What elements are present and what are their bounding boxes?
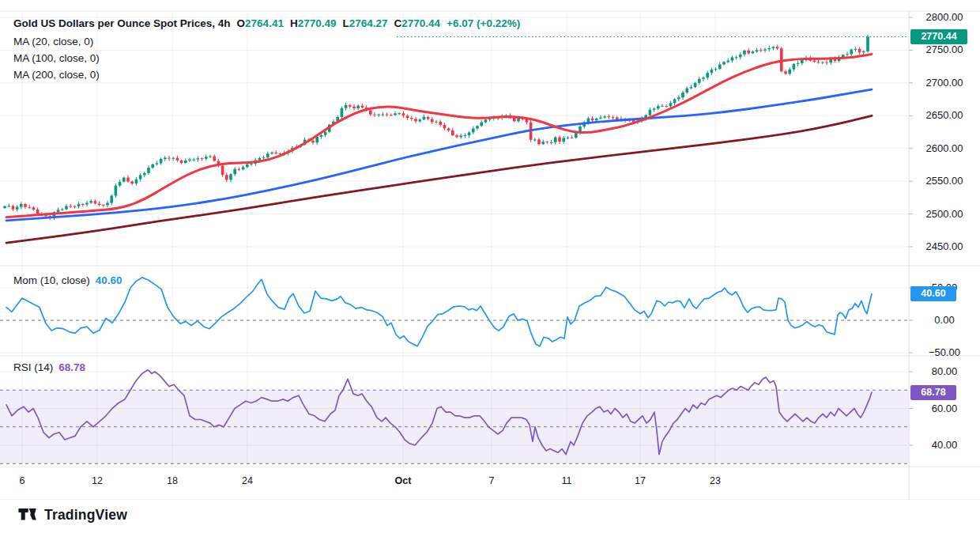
time-axis-label: 12	[92, 475, 103, 486]
ohlc-low-value: 2764.27	[349, 17, 388, 29]
ohlc-open-key: O	[237, 17, 246, 29]
time-axis-label: 7	[489, 475, 495, 486]
price-axis-label: 2550.00	[909, 175, 980, 187]
time-axis-label: 11	[562, 475, 572, 486]
rsi-axis-label: 60.00	[909, 403, 980, 414]
rsi-value-badge: 68.78	[910, 385, 956, 400]
ohlc-close-value: 2770.44	[401, 17, 440, 29]
time-axis-label: 23	[710, 475, 721, 486]
tradingview-brand-text: TradingView	[44, 507, 127, 524]
momentum-legend[interactable]: Mom (10, close)40.60	[13, 274, 122, 286]
symbol-title: Gold US Dollars per Ounce Spot Prices, 4…	[13, 17, 231, 29]
time-axis-label: 6	[20, 475, 25, 486]
rsi-value: 68.78	[58, 361, 85, 373]
rsi-legend[interactable]: RSI (14)68.78	[13, 361, 85, 373]
time-axis[interactable]	[0, 467, 909, 500]
ohlc-low-key: L	[342, 17, 349, 29]
rsi-axis-label: 80.00	[909, 365, 980, 377]
price-axis-label: 2700.00	[909, 77, 980, 89]
time-axis-label: 17	[635, 475, 646, 486]
ma100-legend[interactable]: MA (100, close, 0)	[13, 52, 100, 64]
main-pane[interactable]	[0, 11, 909, 266]
price-axis-label: 2800.00	[909, 11, 980, 23]
momentum-value: 40.60	[96, 274, 122, 286]
rsi-label: RSI (14)	[13, 361, 53, 373]
ohlc-close-key: C	[394, 17, 402, 29]
momentum-label: Mom (10, close)	[13, 274, 90, 286]
ohlc-open-value: 2764.41	[245, 17, 284, 29]
momentum-axis-label: 0.00	[909, 314, 980, 326]
price-axis-label: 2450.00	[909, 240, 980, 252]
ma200-legend[interactable]: MA (200, close, 0)	[13, 69, 100, 81]
momentum-value-badge: 40.60	[910, 286, 956, 301]
chart-widget: Gold US Dollars per Ounce Spot Prices, 4…	[0, 0, 980, 533]
price-axis-label: 2750.00	[909, 43, 980, 55]
ohlc-high-value: 2770.49	[298, 17, 337, 29]
symbol-legend[interactable]: Gold US Dollars per Ounce Spot Prices, 4…	[13, 17, 520, 29]
last-price-badge: 2770.44	[910, 29, 967, 44]
time-axis-label: Oct	[395, 475, 412, 486]
momentum-axis-label: −50.00	[909, 346, 980, 358]
time-axis-label: 24	[242, 475, 253, 486]
rsi-axis-label: 40.00	[909, 439, 980, 451]
time-axis-label: 18	[167, 475, 178, 486]
ohlc-high-key: H	[290, 17, 298, 29]
ma20-legend[interactable]: MA (20, close, 0)	[13, 36, 93, 47]
momentum-pane[interactable]	[0, 266, 909, 356]
tradingview-logo-icon	[17, 506, 38, 524]
price-axis-label: 2600.00	[909, 142, 980, 154]
ohlc-change: +6.07 (+0.22%)	[447, 17, 520, 29]
price-axis-label: 2500.00	[909, 208, 980, 220]
rsi-pane[interactable]	[0, 356, 909, 467]
tradingview-attribution[interactable]: TradingView	[17, 506, 127, 524]
price-axis-label: 2650.00	[909, 109, 980, 121]
